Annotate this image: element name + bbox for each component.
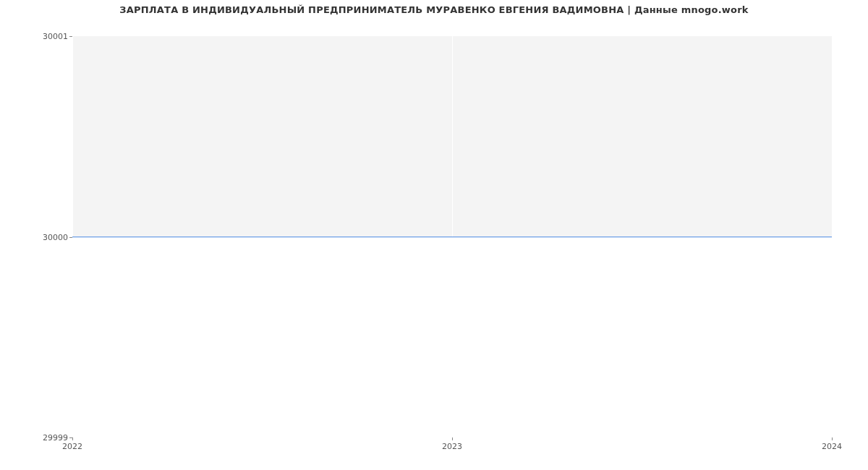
x-tick-label: 2024	[822, 442, 842, 451]
y-tick-mark	[69, 36, 72, 37]
salary-chart: ЗАРПЛАТА В ИНДИВИДУАЛЬНЫЙ ПРЕДПРИНИМАТЕЛ…	[0, 0, 868, 470]
y-tick-label: 29999	[43, 433, 68, 443]
x-tick-mark	[832, 437, 833, 440]
x-tick-mark	[72, 437, 73, 440]
chart-title: ЗАРПЛАТА В ИНДИВИДУАЛЬНЫЙ ПРЕДПРИНИМАТЕЛ…	[0, 4, 868, 15]
x-tick-label: 2022	[62, 442, 82, 451]
x-tick-label: 2023	[442, 442, 462, 451]
y-tick-label: 30000	[43, 232, 68, 242]
y-tick-mark	[69, 237, 72, 238]
series-line	[72, 236, 832, 237]
x-tick-mark	[452, 437, 453, 440]
plot-area	[72, 36, 832, 437]
y-tick-label: 30001	[43, 32, 68, 41]
x-gridline	[832, 36, 833, 437]
